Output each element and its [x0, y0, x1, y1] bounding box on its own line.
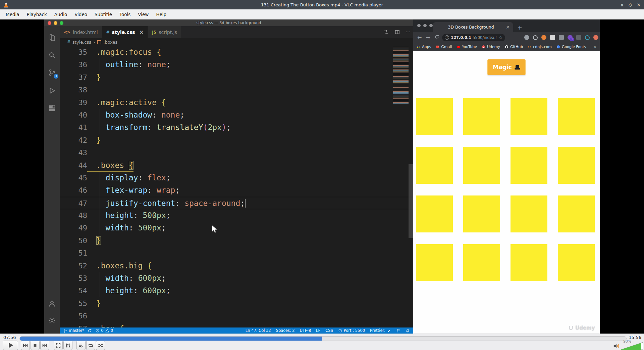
menu-subtitle[interactable]: Subtitle [91, 9, 116, 19]
menu-media[interactable]: Media [2, 9, 23, 19]
yellow-box[interactable] [558, 195, 595, 232]
tab-close-icon[interactable]: × [140, 29, 144, 35]
profile-icon[interactable] [593, 35, 598, 40]
code-editor[interactable]: 35.magic:focus {36 outline: none;37}3839… [60, 46, 413, 327]
bookmark-github[interactable]: GitHub [505, 45, 523, 49]
yellow-box[interactable] [511, 195, 547, 232]
play-button[interactable] [3, 341, 18, 350]
menu-video[interactable]: Video [71, 9, 91, 19]
explorer-icon[interactable] [44, 31, 60, 44]
run-debug-icon[interactable] [44, 84, 60, 97]
stop-button[interactable] [31, 341, 40, 350]
code-line[interactable]: 46 flex-wrap: wrap; [60, 184, 413, 196]
code-line[interactable]: 41 transform: translateY(2px); [60, 121, 413, 134]
code-line[interactable]: 47 justify-content: space-around; [60, 197, 413, 209]
extension-4-icon[interactable] [550, 35, 555, 40]
extension-2-icon[interactable] [533, 35, 538, 40]
code-line[interactable]: 52.boxes.big { [60, 260, 413, 272]
yellow-box[interactable] [463, 195, 500, 232]
extension-7-icon[interactable] [585, 35, 590, 40]
search-icon[interactable] [44, 48, 60, 62]
code-line[interactable]: 45 display: flex; [60, 172, 413, 184]
breadcrumb-file[interactable]: style.css [72, 40, 91, 45]
tab-close-icon[interactable]: ✕ [506, 25, 510, 30]
code-line[interactable]: 43 [60, 146, 413, 159]
menu-audio[interactable]: Audio [51, 9, 71, 19]
new-tab-button[interactable]: + [517, 25, 522, 31]
breadcrumb-symbol[interactable]: .boxes [103, 40, 117, 45]
code-line[interactable]: 37} [60, 71, 413, 84]
menu-view[interactable]: View [134, 9, 152, 19]
compare-changes-icon[interactable] [383, 29, 389, 35]
minimize-icon[interactable] [423, 24, 427, 27]
browser-tab[interactable]: 3D Boxes Background ✕ [433, 22, 513, 32]
editor-scrollbar[interactable] [409, 164, 413, 238]
extended-settings-button[interactable] [63, 341, 72, 350]
bookmark-youtube[interactable]: YouTube [457, 45, 477, 49]
random-button[interactable] [96, 341, 105, 350]
bookmark-gmail[interactable]: Gmail [436, 45, 452, 49]
code-line[interactable]: 53 width: 600px; [60, 272, 413, 285]
next-button[interactable] [40, 341, 49, 350]
volume-slider[interactable] [621, 342, 643, 350]
video-area[interactable]: style.css — 3d-boxes-background 3 <>inde… [0, 19, 644, 334]
problems-status[interactable]: 00 [95, 328, 113, 333]
maximize-icon[interactable] [429, 24, 433, 27]
back-button[interactable]: ← [417, 34, 422, 41]
code-line[interactable]: 51 [60, 247, 413, 259]
ln-47-col-32-status[interactable]: Ln 47, Col 32 [246, 328, 271, 333]
yellow-box[interactable] [463, 98, 500, 135]
code-line[interactable]: 56 [60, 310, 413, 322]
yellow-box[interactable] [463, 147, 500, 184]
css-status[interactable]: CSS [325, 328, 333, 333]
settings-gear-icon[interactable] [44, 314, 60, 327]
seek-bar[interactable] [19, 336, 627, 341]
code-line[interactable]: 55} [60, 297, 413, 310]
extension-1-icon[interactable] [524, 35, 529, 40]
code-line[interactable]: 54 height: 600px; [60, 285, 413, 297]
extension-3-icon[interactable] [541, 35, 546, 40]
previous-button[interactable] [21, 341, 30, 350]
bell-status[interactable] [406, 329, 410, 333]
bookmark-cdnjs-com[interactable]: cdnjs.com [528, 45, 552, 49]
close-icon[interactable] [417, 24, 421, 27]
code-line[interactable]: 38 [60, 84, 413, 96]
code-line[interactable]: 35.magic:focus { [60, 46, 413, 58]
site-info-icon[interactable]: i [445, 35, 449, 40]
magic-button[interactable]: Magic [487, 59, 526, 75]
more-actions-icon[interactable]: ··· [406, 29, 411, 35]
reload-button[interactable] [434, 34, 439, 41]
url-text[interactable]: 127.0.0.1:5500/index.html [451, 35, 497, 40]
feedback-flag-status[interactable] [396, 329, 400, 333]
code-line[interactable]: 39.magic:active { [60, 96, 413, 109]
bookmarks-overflow-icon[interactable]: » [594, 45, 596, 49]
menu-help[interactable]: Help [152, 9, 170, 19]
address-bar[interactable]: i 127.0.0.1:5500/index.html ☆ [442, 34, 505, 41]
code-line[interactable]: 48 height: 500px; [60, 209, 413, 222]
prettier--status[interactable]: Prettier: [370, 328, 391, 333]
close-icon[interactable]: × [637, 2, 641, 7]
code-line[interactable]: 36 outline: none; [60, 58, 413, 71]
code-line[interactable]: 40 box-shadow: none; [60, 109, 413, 121]
yellow-box[interactable] [558, 147, 595, 184]
code-line[interactable]: 42} [60, 134, 413, 146]
account-icon[interactable] [44, 297, 60, 310]
avatar-icon[interactable]: 1 [568, 35, 573, 40]
extension-6-icon[interactable] [576, 35, 581, 40]
utf-8-status[interactable]: UTF-8 [300, 328, 311, 333]
menu-playback[interactable]: Playback [23, 9, 51, 19]
loop-button[interactable] [86, 341, 95, 350]
tab-style.css[interactable]: #style.css× [102, 26, 148, 38]
lf-status[interactable]: LF [316, 328, 320, 333]
extension-5-icon[interactable] [559, 35, 564, 40]
maximize-icon[interactable]: ◇ [628, 2, 632, 7]
yellow-box[interactable] [511, 244, 547, 281]
git-branch-status[interactable]: master* [63, 328, 84, 333]
yellow-box[interactable] [416, 244, 453, 281]
yellow-box[interactable] [416, 195, 453, 232]
forward-button[interactable]: → [426, 34, 430, 41]
minimize-icon[interactable]: ∨ [620, 2, 624, 7]
yellow-box[interactable] [511, 98, 547, 135]
spaces-2-status[interactable]: Spaces: 2 [276, 328, 295, 333]
extensions-icon[interactable] [44, 101, 60, 115]
